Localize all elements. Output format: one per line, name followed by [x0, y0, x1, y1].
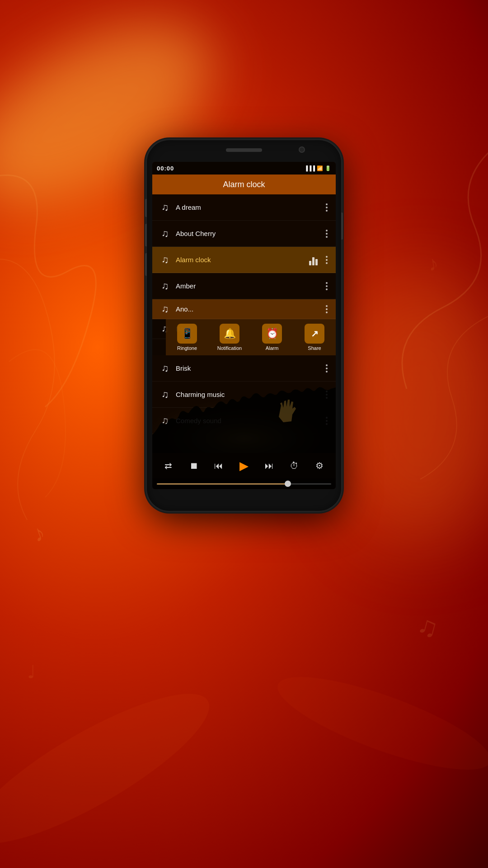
ringtone-label: Ringtone	[177, 345, 197, 351]
volume-up-button	[145, 199, 147, 217]
eq-bar-3	[315, 259, 318, 265]
song-item-brisk[interactable]: ♫ Brisk	[152, 355, 336, 382]
speaker	[226, 148, 262, 152]
phone-screen: 00:00 ▐▐▐ 📶 🔋 Alarm clock ♫ A dream	[152, 162, 336, 489]
song-name: Amber	[176, 282, 321, 290]
power-button	[341, 212, 343, 240]
music-note-icon: ♫	[154, 197, 176, 218]
dot	[326, 305, 328, 307]
timer-button[interactable]: ⏱	[286, 458, 302, 474]
song-more-menu[interactable]	[321, 303, 332, 315]
song-name: About Cherry	[176, 230, 321, 237]
dot	[326, 210, 328, 212]
dot	[326, 391, 328, 392]
settings-icon: ⚙	[315, 460, 324, 471]
next-button[interactable]: ⏭	[261, 458, 277, 474]
menu-item-alarm[interactable]: ⏰ Alarm	[251, 324, 293, 351]
notification-label: Notification	[217, 345, 242, 351]
context-menu: 📱 Ringtone 🔔 Notification ⏰ Alarm ↗	[166, 319, 336, 355]
play-button[interactable]: ▶	[236, 458, 252, 474]
song-item-comedy-sound[interactable]: ♫ Comedy sound	[152, 408, 336, 434]
dot	[326, 420, 328, 422]
song-more-menu[interactable]	[321, 254, 332, 266]
progress-fill	[157, 483, 288, 485]
stop-icon: ⏹	[189, 461, 198, 471]
dot	[326, 259, 328, 261]
dot	[326, 364, 328, 366]
music-note-icon: ♫	[154, 410, 176, 432]
camera	[299, 146, 305, 153]
bixby-button	[145, 253, 147, 276]
song-list[interactable]: ♫ A dream ♫ About Cherry	[152, 194, 336, 453]
song-item-a-dream[interactable]: ♫ A dream	[152, 194, 336, 221]
dot	[326, 311, 328, 313]
dot	[326, 236, 328, 238]
song-name: Brisk	[176, 364, 321, 372]
dot	[326, 423, 328, 425]
shuffle-icon: ⇄	[164, 460, 172, 471]
stop-button[interactable]: ⏹	[186, 458, 202, 474]
music-note-icon: ♫	[154, 298, 176, 320]
settings-button[interactable]: ⚙	[311, 458, 328, 474]
timer-icon: ⏱	[290, 461, 299, 471]
progress-bar-wrap[interactable]	[152, 478, 336, 489]
svg-point-5	[269, 659, 488, 788]
dot	[326, 397, 328, 399]
song-more-menu[interactable]	[321, 228, 332, 240]
progress-track[interactable]	[157, 483, 331, 485]
menu-item-ringtone[interactable]: 📱 Ringtone	[166, 324, 208, 351]
song-item-alarm-clock[interactable]: ♫ Alarm clock	[152, 247, 336, 273]
dot	[326, 368, 328, 369]
shuffle-button[interactable]: ⇄	[160, 458, 177, 474]
dot	[326, 282, 328, 284]
svg-text:♫: ♫	[414, 609, 442, 644]
battery-icon: 🔋	[325, 165, 331, 171]
prev-button[interactable]: ⏮	[211, 458, 227, 474]
eq-bar-1	[309, 261, 311, 265]
dot	[326, 262, 328, 264]
app-title: Alarm clock	[223, 180, 265, 189]
music-note-icon: ♫	[154, 275, 176, 297]
play-icon: ▶	[239, 459, 249, 473]
music-note-icon: ♫	[154, 223, 176, 245]
wifi-icon: 📶	[317, 165, 323, 171]
song-item-amber[interactable]: ♫ Amber	[152, 273, 336, 299]
dot	[326, 256, 328, 258]
alarm-label: Alarm	[266, 345, 279, 351]
phone-device: 00:00 ▐▐▐ 📶 🔋 Alarm clock ♫ A dream	[147, 140, 341, 511]
music-note-icon: ♫	[154, 249, 176, 271]
song-more-menu[interactable]	[321, 415, 332, 427]
notification-icon: 🔔	[220, 324, 239, 344]
equalizer-icon	[309, 255, 318, 265]
menu-item-notification[interactable]: 🔔 Notification	[208, 324, 251, 351]
dot	[326, 417, 328, 419]
dot	[326, 203, 328, 205]
song-more-menu[interactable]	[321, 202, 332, 213]
status-bar: 00:00 ▐▐▐ 📶 🔋	[152, 162, 336, 175]
song-item-about-cherry[interactable]: ♫ About Cherry	[152, 221, 336, 247]
status-icons: ▐▐▐ 📶 🔋	[305, 165, 331, 171]
song-more-menu[interactable]	[321, 363, 332, 374]
context-menu-row: ♫ Bea... 📱 Ringtone 🔔 Notification	[152, 319, 336, 355]
svg-text:♪: ♪	[29, 519, 49, 547]
phone-top-bar	[147, 140, 341, 163]
song-item-charming-music[interactable]: ♫ Charming music	[152, 382, 336, 408]
svg-text:♪: ♪	[426, 251, 440, 276]
menu-item-share[interactable]: ↗ Share	[293, 324, 336, 351]
svg-text:♩: ♩	[27, 662, 36, 682]
dot	[326, 207, 328, 208]
song-name: Comedy sound	[176, 417, 321, 425]
volume-down-button	[145, 224, 147, 246]
signal-icon: ▐▐▐	[305, 165, 315, 171]
song-more-menu[interactable]	[321, 280, 332, 292]
eq-bar-2	[312, 257, 314, 265]
progress-thumb[interactable]	[285, 481, 291, 487]
dot	[326, 230, 328, 231]
dot	[326, 394, 328, 396]
dot	[326, 371, 328, 373]
song-item-ano[interactable]: ♫ Ano...	[152, 299, 336, 319]
svg-point-4	[0, 670, 226, 868]
song-name: Ano...	[176, 305, 321, 313]
song-more-menu[interactable]	[321, 389, 332, 401]
share-icon: ↗	[305, 324, 324, 344]
